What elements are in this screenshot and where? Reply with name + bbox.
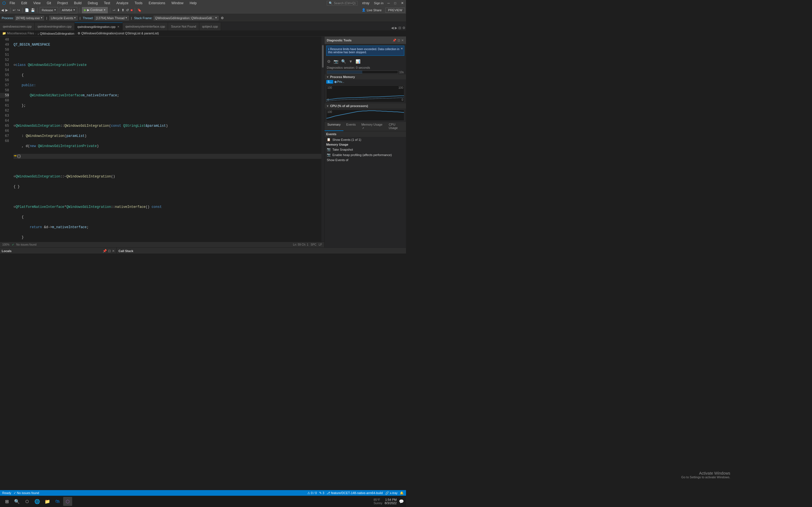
menu-help[interactable]: Help xyxy=(188,1,199,6)
locals-close-icon[interactable]: ✕ xyxy=(112,249,115,253)
menu-extensions[interactable]: Extensions xyxy=(146,1,167,6)
undo-btn[interactable]: ↩ xyxy=(13,8,15,12)
release-dropdown[interactable]: Release ▼ xyxy=(40,7,58,13)
tab-qwindowsgdi[interactable]: qwindowsgdiintegration.cpp ✕ xyxy=(75,22,123,31)
diag-settings-icon[interactable]: ⚙ xyxy=(326,59,332,64)
take-snapshot-item[interactable]: 📷 Take Snapshot xyxy=(324,147,406,152)
tab-qwindowsysteminterface[interactable]: qwindowsysteminterface.cpp xyxy=(123,22,168,31)
save-btn[interactable]: 💾 xyxy=(31,8,35,12)
diag-pin-icon[interactable]: 📌 xyxy=(393,39,396,42)
file-icon: ↓ xyxy=(38,32,39,35)
show-events-label: Show Events (1 of 1) xyxy=(333,138,361,142)
show-events-item[interactable]: 📋 Show Events (1 of 1) xyxy=(324,137,406,142)
diag-close-icon[interactable]: ✕ xyxy=(401,39,404,42)
menu-test[interactable]: Test xyxy=(102,1,112,6)
tab-qwindowsintegration[interactable]: qwindowsintegration.cpp xyxy=(35,22,74,31)
tab-scroll-right[interactable]: ▶ xyxy=(394,25,398,31)
menu-build[interactable]: Build xyxy=(72,1,84,6)
forward-btn[interactable]: ▶ xyxy=(5,8,8,12)
cpu-chart-svg xyxy=(326,110,404,121)
tab-qobject[interactable]: qobject.cpp xyxy=(199,22,221,31)
thread-dropdown[interactable]: [13764] Main Thread ▼ xyxy=(94,16,129,20)
menu-view[interactable]: View xyxy=(31,1,43,6)
cpu-title: CPU (% of all processors) xyxy=(330,104,368,108)
breadcrumb-symbol[interactable]: ⚙ QWindowsGdiIntegration(const QStringLi… xyxy=(78,32,159,35)
title-bar-left: ⬡ File Edit View Git Project Build Debug… xyxy=(2,1,199,6)
show-events-of-label: Show Events of xyxy=(327,158,348,162)
minimize-btn[interactable]: ─ xyxy=(386,1,390,5)
code-content[interactable]: QT_BEGIN_NAMESPACE ⊖class QWindowsGdiInt… xyxy=(11,37,321,242)
diag-tab-summary[interactable]: Summary xyxy=(324,122,343,131)
debug-sep-2: | xyxy=(80,16,81,20)
menu-git[interactable]: Git xyxy=(45,1,53,6)
scrollbar-thumb[interactable] xyxy=(322,45,324,68)
code-view[interactable]: 48 49 50 51 52 53 54 55 56 57 58 59 60 6… xyxy=(0,37,324,242)
signin-btn[interactable]: Sign in xyxy=(374,1,384,5)
continue-btn[interactable]: ▶ ▶ Continue ▼ xyxy=(82,7,108,13)
menu-edit[interactable]: Edit xyxy=(19,1,29,6)
menu-window[interactable]: Window xyxy=(169,1,186,6)
bookmark-btn[interactable]: 🔖 xyxy=(137,8,142,12)
search-box-global[interactable]: 🔍 Search (Ctrl+Q) xyxy=(327,1,357,6)
diag-filter-icon[interactable]: ▼ xyxy=(348,59,354,64)
menu-project[interactable]: Project xyxy=(55,1,70,6)
stackframe-dropdown[interactable]: QWindowsGdiIntegration::QWindowsGdil... … xyxy=(154,16,218,20)
release-chevron: ▼ xyxy=(54,9,56,11)
maximize-btn[interactable]: □ xyxy=(393,1,397,5)
back-btn[interactable]: ◀ xyxy=(1,8,4,12)
take-snapshot-label: Take Snapshot xyxy=(333,148,353,151)
debug-step-out[interactable]: ⬆ xyxy=(121,8,124,12)
tab-scroll-left[interactable]: ◀ xyxy=(391,25,394,31)
process-dropdown[interactable]: [9748] nxtray.exe ▼ xyxy=(15,16,44,20)
debug-step-into[interactable]: ⬇ xyxy=(117,8,120,12)
filter-badge-s[interactable]: S... xyxy=(326,80,333,83)
diag-notif-close-btn[interactable]: ✕ xyxy=(401,47,403,50)
tab-close-btn[interactable]: ✕ xyxy=(117,25,119,28)
locals-detach-icon[interactable]: ⊡ xyxy=(108,249,111,253)
memory-usage-expand-icon: ↗ xyxy=(362,127,364,129)
cpu-section[interactable]: ▼ CPU (% of all processors) xyxy=(324,103,406,108)
search-icon: 🔍 xyxy=(329,1,333,5)
live-share-icon: 👤 xyxy=(362,8,366,12)
debug-settings[interactable]: ⚙ xyxy=(221,16,224,20)
live-share-btn[interactable]: 👤 Live Share xyxy=(360,8,384,12)
diag-tab-events[interactable]: Events xyxy=(343,122,359,131)
tab-label: qwindowsysteminterface.cpp xyxy=(125,25,165,28)
menu-file[interactable]: File xyxy=(7,1,17,6)
tab-settings-btn[interactable]: ⚙ xyxy=(402,25,406,31)
main-layout: 48 49 50 51 52 53 54 55 56 57 58 59 60 6… xyxy=(0,37,406,247)
title-bar-right: 🔍 Search (Ctrl+Q) xtray Sign in ─ □ ✕ xyxy=(327,1,404,6)
tab-qwindowsscreen[interactable]: qwindowsscreen.cpp xyxy=(0,22,35,31)
breadcrumb-folder[interactable]: 📁 Miscellaneous Files xyxy=(2,32,34,35)
menu-analyze[interactable]: Analyze xyxy=(114,1,131,6)
enable-heap-item[interactable]: 📷 Enable heap profiling (affects perform… xyxy=(324,152,406,158)
diag-tab-memory-usage[interactable]: Memory Usage ↗ xyxy=(359,122,386,131)
debug-stop[interactable]: ■ xyxy=(131,8,133,12)
code-line-63 xyxy=(13,194,321,200)
diag-detach-icon[interactable]: ⊡ xyxy=(398,39,400,42)
diag-info-icon: ℹ xyxy=(328,48,329,51)
close-btn[interactable]: ✕ xyxy=(399,1,404,5)
arm64-dropdown[interactable]: ARM64 ▼ xyxy=(60,7,77,13)
process-memory-section[interactable]: ▼ Process Memory xyxy=(324,74,406,79)
bottom-panels: Locals 📌 ⊡ ✕ 🔍 ◀ ▶ Search Depth: 3 ▼ ⊞ ⊕… xyxy=(0,247,406,253)
stackframe-value: QWindowsGdiIntegration::QWindowsGdil... xyxy=(155,16,214,20)
breadcrumb-sep-1: › xyxy=(35,32,36,35)
diag-camera-icon[interactable]: 📷 xyxy=(333,59,339,64)
lifecycle-dropdown[interactable]: Lifecycle Events ▼ xyxy=(49,16,77,20)
locals-pin-icon[interactable]: 📌 xyxy=(103,249,107,253)
tab-source-not-found[interactable]: Source Not Found xyxy=(168,22,199,31)
diag-search-icon[interactable]: 🔍 xyxy=(340,59,347,64)
preview-btn[interactable]: PREVIEW xyxy=(386,8,405,13)
breadcrumb-file[interactable]: ↓ QWindowsGdiIntegration xyxy=(38,32,74,35)
editor-scrollbar-v[interactable] xyxy=(321,37,324,242)
tab-new-vertical-split[interactable]: ⊟ xyxy=(398,25,402,31)
new-file-btn[interactable]: 📄 xyxy=(25,8,29,12)
debug-restart[interactable]: ↺ xyxy=(126,8,129,12)
menu-debug[interactable]: Debug xyxy=(86,1,100,6)
diag-tab-cpu[interactable]: CPU Usage xyxy=(386,122,406,131)
debug-step-over[interactable]: ⤻ xyxy=(112,8,115,12)
redo-btn[interactable]: ↪ xyxy=(17,8,20,12)
diag-chart-icon[interactable]: 📊 xyxy=(355,59,361,64)
menu-tools[interactable]: Tools xyxy=(132,1,145,6)
